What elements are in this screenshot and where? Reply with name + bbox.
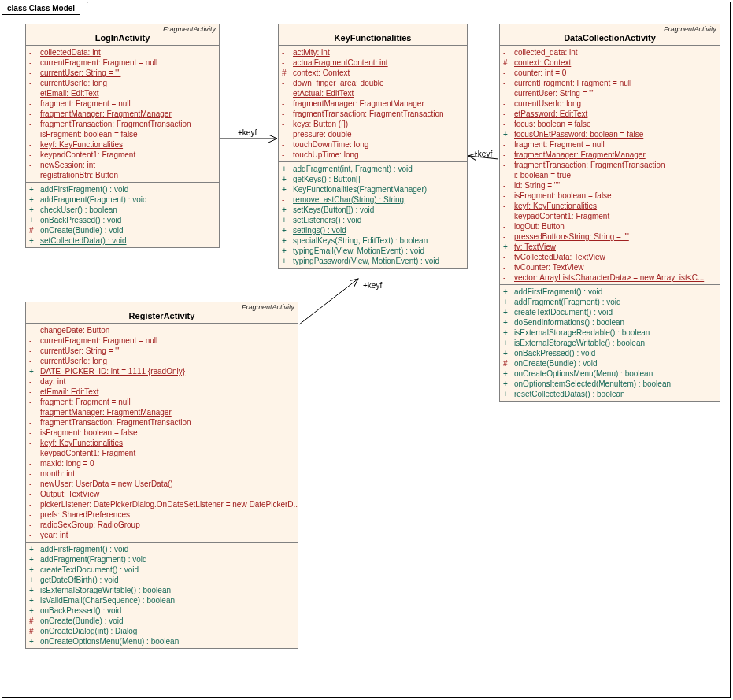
role-keyf-login: +keyf (238, 128, 257, 137)
attribute-row: -currentFragment: Fragment = null (26, 335, 298, 346)
attributes: -collectedData: int-currentFragment: Fra… (26, 46, 219, 183)
operations: +addFirstFragment() : void+addFragment(F… (500, 285, 720, 401)
stereotype (279, 24, 467, 33)
attribute-row: -day: int (26, 376, 298, 387)
attribute-row: +tv: TextView (500, 242, 720, 252)
operations: +addFirstFragment() : void+addFragment(F… (26, 543, 298, 648)
operation-row: #onCreateDialog(int) : Dialog (26, 626, 298, 636)
attribute-row: -currentUserId: long (26, 78, 219, 88)
operation-row: +resetCollectedDatas() : boolean (500, 389, 720, 399)
operation-row: #onCreate(Bundle) : void (26, 225, 219, 235)
attribute-row: -tvCounter: TextView (500, 262, 720, 272)
class-login: FragmentActivity LogInActivity -collecte… (25, 24, 220, 248)
attribute-row: -fragment: Fragment = null (500, 139, 720, 150)
attribute-row: -fragmentManager: FragmentManager (26, 407, 298, 417)
operations: +addFirstFragment() : void+addFragment(F… (26, 183, 219, 247)
attribute-row: -counter: int = 0 (500, 68, 720, 78)
operation-row: +setKeys(Button[]) : void (279, 205, 467, 215)
attribute-row: -etActual: EditText (279, 88, 467, 98)
stereotype: FragmentActivity (26, 24, 219, 33)
attribute-row: -fragmentTransaction: FragmentTransactio… (26, 119, 219, 129)
class-name: DataCollectionActivity (500, 33, 720, 46)
operation-row: +onBackPressed() : void (26, 215, 219, 225)
attribute-row: -isFragment: boolean = false (500, 191, 720, 201)
attribute-row: -activity: int (279, 47, 467, 57)
stereotype: FragmentActivity (500, 24, 720, 33)
attribute-row: -keys: Button ([]) (279, 119, 467, 129)
operation-row: +addFragment(Fragment) : void (500, 297, 720, 307)
attributes: -changeDate: Button-currentFragment: Fra… (26, 324, 298, 543)
attribute-row: -vector: ArrayList<CharacterData> = new … (500, 272, 720, 283)
attribute-row: -keypadContent1: Fragment (26, 448, 298, 458)
class-datacollection: FragmentActivity DataCollectionActivity … (499, 24, 720, 402)
class-name: LogInActivity (26, 33, 219, 46)
operation-row: +onCreateOptionsMenu(Menu) : boolean (500, 369, 720, 379)
operation-row: +addFragment(Fragment) : void (26, 554, 298, 565)
operation-row: +setCollectedData() : void (26, 235, 219, 246)
attribute-row: -touchUpTime: long (279, 150, 467, 160)
frame-title: class Class Model (2, 2, 88, 15)
operation-row: +KeyFunctionalities(FragmentManager) (279, 184, 467, 194)
attribute-row: -month: int (26, 469, 298, 479)
attribute-row: -collected_data: int (500, 47, 720, 57)
operation-row: +isExternalStorageWritable() : boolean (500, 338, 720, 348)
operation-row: -removeLastChar(String) : String (279, 194, 467, 205)
attribute-row: -currentUserId: long (26, 356, 298, 366)
operation-row: +specialKeys(String, EditText) : boolean (279, 235, 467, 246)
attribute-row: -collectedData: int (26, 47, 219, 57)
attribute-row: -fragmentManager: FragmentManager (500, 150, 720, 160)
operation-row: +addFirstFragment() : void (500, 287, 720, 297)
class-keyfunctionalities: KeyFunctionalities -activity: int-actual… (278, 24, 468, 269)
operation-row: +onBackPressed() : void (26, 606, 298, 616)
attribute-row: -fragment: Fragment = null (26, 98, 219, 109)
operation-row: +doSendInformations() : boolean (500, 317, 720, 328)
operation-row: +addFragment(Fragment) : void (26, 194, 219, 205)
attribute-row: -etPassword: EditText (500, 109, 720, 119)
class-name: KeyFunctionalities (279, 33, 467, 46)
role-keyf-register: +keyf (363, 281, 382, 290)
attribute-row: -pickerListener: DatePickerDialog.OnDate… (26, 499, 298, 509)
stereotype: FragmentActivity (26, 302, 298, 311)
attribute-row: -currentFragment: Fragment = null (26, 57, 219, 68)
attribute-row: -maxId: long = 0 (26, 458, 298, 469)
role-keyf-data: +keyf (473, 150, 492, 158)
attribute-row: -fragmentTransaction: FragmentTransactio… (279, 109, 467, 119)
attribute-row: -id: String = "" (500, 180, 720, 191)
operations: +addFragment(int, Fragment) : void+getKe… (279, 162, 467, 268)
operation-row: +getDateOfBirth() : void (26, 575, 298, 585)
attribute-row: -keypadContent1: Fragment (26, 150, 219, 160)
operation-row: #onCreate(Bundle) : void (500, 358, 720, 369)
attribute-row: -etEmail: EditText (26, 88, 219, 98)
operation-row: +createTextDocument() : void (26, 565, 298, 575)
operation-row: +isValidEmail(CharSequence) : boolean (26, 595, 298, 606)
attribute-row: +focusOnEtPassword: boolean = false (500, 129, 720, 139)
attributes: -collected_data: int#context: Context-co… (500, 46, 720, 285)
operation-row: +addFirstFragment() : void (26, 184, 219, 194)
attribute-row: -Output: TextView (26, 489, 298, 499)
attribute-row: -fragment: Fragment = null (26, 397, 298, 407)
attribute-row: -prefs: SharedPreferences (26, 509, 298, 520)
attribute-row: -i: boolean = true (500, 170, 720, 180)
operation-row: +setListeners() : void (279, 215, 467, 225)
attribute-row: #context: Context (500, 57, 720, 68)
attribute-row: -touchDownTime: long (279, 139, 467, 150)
attribute-row: -fragmentManager: FragmentManager (26, 109, 219, 119)
attribute-row: -focus: boolean = false (500, 119, 720, 129)
attribute-row: +DATE_PICKER_ID: int = 1111 {readOnly} (26, 366, 298, 376)
operation-row: +onOptionsItemSelected(MenuItem) : boole… (500, 379, 720, 389)
operation-row: +settings() : void (279, 225, 467, 235)
attribute-row: -fragmentTransaction: FragmentTransactio… (26, 417, 298, 428)
attribute-row: #context: Context (279, 68, 467, 78)
attribute-row: -pressedButtonsString: String = "" (500, 231, 720, 242)
operation-row: +addFirstFragment() : void (26, 544, 298, 554)
attribute-row: -fragmentManager: FragmentManager (279, 98, 467, 109)
operation-row: +typingPassword(View, MotionEvent) : voi… (279, 256, 467, 266)
class-name: RegisterActivity (26, 311, 298, 324)
attributes: -activity: int-actualFragmentContent: in… (279, 46, 467, 162)
attribute-row: -down_finger_area: double (279, 78, 467, 88)
attribute-row: -etEmail: EditText (26, 387, 298, 397)
operation-row: +createTextDocument() : void (500, 307, 720, 317)
operation-row: +typingEmail(View, MotionEvent) : void (279, 246, 467, 256)
attribute-row: -currentUser: String = "" (26, 346, 298, 356)
attribute-row: -currentUser: String = "" (26, 68, 219, 78)
